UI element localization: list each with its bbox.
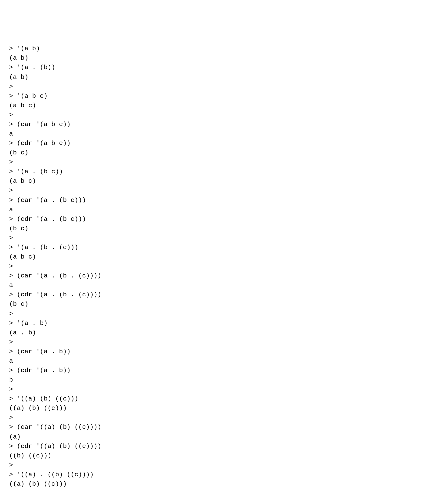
repl-line: > '(a . (b)) bbox=[9, 63, 439, 72]
repl-line: (a . b) bbox=[9, 328, 439, 337]
repl-line: > '(a . (b . (c))) bbox=[9, 243, 439, 252]
repl-line: a bbox=[9, 280, 439, 290]
repl-line: > (cdr '(a b c)) bbox=[9, 139, 439, 148]
repl-line: > (car '(a . (b c))) bbox=[9, 196, 439, 205]
repl-line: > bbox=[9, 385, 439, 394]
repl-line: ((a) (b) ((c))) bbox=[9, 479, 439, 489]
repl-line: > '(a . b) bbox=[9, 319, 439, 328]
repl-line: > bbox=[9, 157, 439, 167]
repl-line: > (car '(a . (b . (c)))) bbox=[9, 271, 439, 280]
repl-line: > (cdr '((a) (b) ((c)))) bbox=[9, 442, 439, 451]
repl-line: > bbox=[9, 186, 439, 195]
repl-line: > bbox=[9, 233, 439, 243]
repl-line: a bbox=[9, 129, 439, 139]
repl-line: > bbox=[9, 413, 439, 422]
repl-line: > bbox=[9, 489, 439, 490]
repl-line: > (car '(a b c)) bbox=[9, 120, 439, 129]
repl-line: > '(a . (b c)) bbox=[9, 167, 439, 176]
repl-line: > bbox=[9, 110, 439, 120]
repl-line: > (car '((a) (b) ((c)))) bbox=[9, 422, 439, 432]
repl-line: (a) bbox=[9, 432, 439, 442]
repl-line: > bbox=[9, 309, 439, 319]
repl-line: ((a) (b) ((c))) bbox=[9, 404, 439, 413]
repl-line: > (cdr '(a . (b . (c)))) bbox=[9, 290, 439, 299]
repl-line: > (cdr '(a . b)) bbox=[9, 366, 439, 375]
repl-line: b bbox=[9, 375, 439, 385]
repl-line: > '(a b c) bbox=[9, 91, 439, 101]
repl-line: (a b) bbox=[9, 53, 439, 63]
repl-line: (b c) bbox=[9, 299, 439, 309]
repl-line: > bbox=[9, 262, 439, 271]
repl-line: (a b c) bbox=[9, 101, 439, 110]
repl-line: > '(a b) bbox=[9, 44, 439, 53]
repl-transcript: > '(a b)(a b)> '(a . (b))(a b)>> '(a b c… bbox=[9, 44, 439, 490]
repl-line: (a b c) bbox=[9, 252, 439, 262]
repl-line: (b c) bbox=[9, 224, 439, 233]
repl-line: a bbox=[9, 356, 439, 366]
repl-line: > '((a) (b) ((c))) bbox=[9, 394, 439, 404]
repl-line: (a b c) bbox=[9, 176, 439, 186]
repl-line: > (car '(a . b)) bbox=[9, 347, 439, 356]
repl-line: (a b) bbox=[9, 72, 439, 82]
repl-line: ((b) ((c))) bbox=[9, 451, 439, 460]
repl-line: > bbox=[9, 82, 439, 91]
repl-line: > '((a) . ((b) ((c)))) bbox=[9, 470, 439, 479]
repl-line: > bbox=[9, 460, 439, 470]
repl-line: > bbox=[9, 337, 439, 347]
repl-line: a bbox=[9, 205, 439, 214]
repl-line: > (cdr '(a . (b c))) bbox=[9, 214, 439, 224]
repl-line: (b c) bbox=[9, 148, 439, 157]
